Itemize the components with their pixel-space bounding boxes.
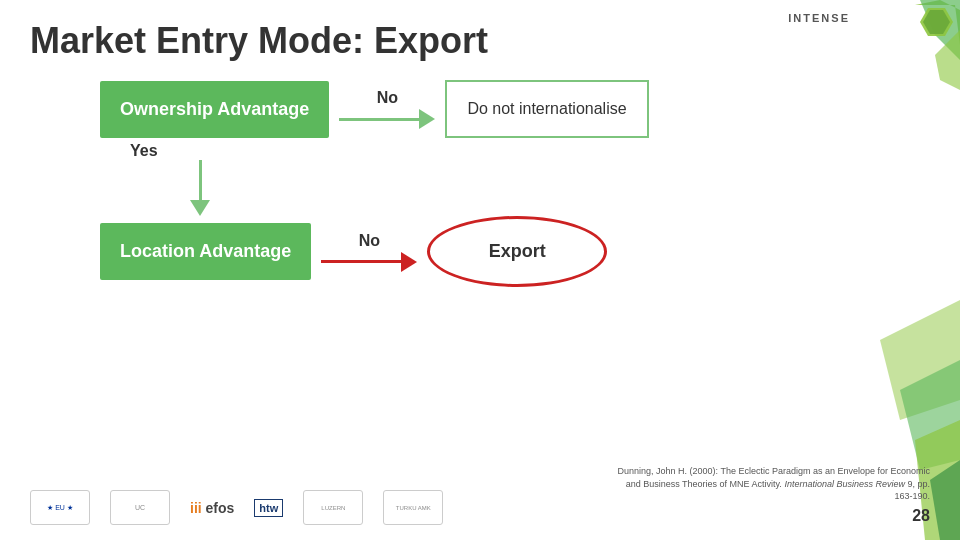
- v-arrow-head: [190, 200, 210, 216]
- svg-marker-2: [935, 30, 960, 90]
- h-arrow-line-1: [339, 118, 419, 121]
- no-label-2: No: [359, 232, 380, 250]
- svg-marker-5: [880, 300, 960, 420]
- svg-marker-6: [900, 360, 960, 470]
- no-arrow-1: No: [339, 89, 435, 129]
- location-box: Location Advantage: [100, 223, 311, 280]
- svg-marker-0: [915, 0, 960, 45]
- citation: Dunning, John H. (2000): The Eclectic Pa…: [610, 465, 930, 503]
- no-label-1: No: [377, 89, 398, 107]
- h-arrow-1: [339, 109, 435, 129]
- page-number: 28: [912, 507, 930, 525]
- export-box: Export: [427, 216, 607, 287]
- h-arrow-head-2: [401, 252, 417, 272]
- h-arrow-head-1: [419, 109, 435, 129]
- eu-logo: ★ EU ★: [30, 490, 90, 525]
- h-arrow-2: [321, 252, 417, 272]
- htw-logo: htw: [254, 499, 283, 517]
- svg-marker-4: [923, 10, 950, 34]
- svg-marker-3: [920, 8, 953, 36]
- logo-text: INTENSE: [788, 12, 850, 24]
- no-arrow-2: No: [321, 232, 417, 272]
- row1: Ownership Advantage No Do not internatio…: [100, 80, 800, 138]
- page-title: Market Entry Mode: Export: [30, 20, 488, 62]
- v-arrow-line: [199, 160, 202, 200]
- efos-logo: iii efos: [190, 500, 234, 516]
- svg-marker-8: [930, 460, 960, 540]
- footer: ★ EU ★ UC iii efos htw LUZERN TURKU AMK …: [30, 465, 930, 525]
- turku-logo: TURKU AMK: [383, 490, 443, 525]
- luzern-logo: LUZERN: [303, 490, 363, 525]
- svg-marker-1: [920, 0, 960, 60]
- v-arrow: [100, 160, 300, 216]
- diagram: Ownership Advantage No Do not internatio…: [100, 80, 800, 287]
- uc-logo: UC: [110, 490, 170, 525]
- ownership-box: Ownership Advantage: [100, 81, 329, 138]
- yes-label: Yes: [130, 142, 158, 160]
- h-arrow-line-2: [321, 260, 401, 263]
- footer-logos: ★ EU ★ UC iii efos htw LUZERN TURKU AMK: [30, 490, 443, 525]
- logo-area: INTENSE: [788, 10, 850, 24]
- do-not-internationalise-box: Do not internationalise: [445, 80, 648, 138]
- footer-right: Dunning, John H. (2000): The Eclectic Pa…: [610, 465, 930, 525]
- row2: Location Advantage No Export: [100, 216, 800, 287]
